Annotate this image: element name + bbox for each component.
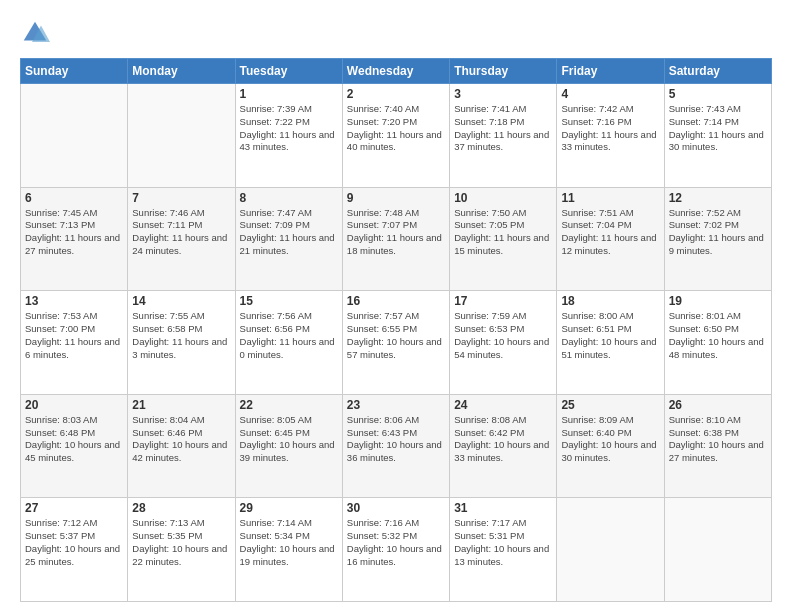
day-number: 31 (454, 501, 552, 515)
calendar-cell: 19Sunrise: 8:01 AMSunset: 6:50 PMDayligh… (664, 291, 771, 395)
day-number: 4 (561, 87, 659, 101)
weekday-header-wednesday: Wednesday (342, 59, 449, 84)
calendar-header: SundayMondayTuesdayWednesdayThursdayFrid… (21, 59, 772, 84)
day-info: Sunrise: 7:56 AMSunset: 6:56 PMDaylight:… (240, 310, 338, 361)
day-number: 20 (25, 398, 123, 412)
calendar-cell: 9Sunrise: 7:48 AMSunset: 7:07 PMDaylight… (342, 187, 449, 291)
day-number: 14 (132, 294, 230, 308)
day-info: Sunrise: 8:09 AMSunset: 6:40 PMDaylight:… (561, 414, 659, 465)
calendar-cell: 2Sunrise: 7:40 AMSunset: 7:20 PMDaylight… (342, 84, 449, 188)
day-info: Sunrise: 7:14 AMSunset: 5:34 PMDaylight:… (240, 517, 338, 568)
day-info: Sunrise: 7:51 AMSunset: 7:04 PMDaylight:… (561, 207, 659, 258)
weekday-header-saturday: Saturday (664, 59, 771, 84)
weekday-header-friday: Friday (557, 59, 664, 84)
calendar-cell (557, 498, 664, 602)
day-number: 24 (454, 398, 552, 412)
calendar-cell: 14Sunrise: 7:55 AMSunset: 6:58 PMDayligh… (128, 291, 235, 395)
day-number: 13 (25, 294, 123, 308)
day-number: 26 (669, 398, 767, 412)
day-number: 27 (25, 501, 123, 515)
weekday-header-monday: Monday (128, 59, 235, 84)
calendar-cell: 24Sunrise: 8:08 AMSunset: 6:42 PMDayligh… (450, 394, 557, 498)
calendar-cell: 6Sunrise: 7:45 AMSunset: 7:13 PMDaylight… (21, 187, 128, 291)
week-row: 20Sunrise: 8:03 AMSunset: 6:48 PMDayligh… (21, 394, 772, 498)
week-row: 6Sunrise: 7:45 AMSunset: 7:13 PMDaylight… (21, 187, 772, 291)
day-number: 7 (132, 191, 230, 205)
day-number: 21 (132, 398, 230, 412)
day-number: 18 (561, 294, 659, 308)
day-number: 9 (347, 191, 445, 205)
day-number: 17 (454, 294, 552, 308)
calendar-cell: 10Sunrise: 7:50 AMSunset: 7:05 PMDayligh… (450, 187, 557, 291)
week-row: 1Sunrise: 7:39 AMSunset: 7:22 PMDaylight… (21, 84, 772, 188)
day-info: Sunrise: 8:10 AMSunset: 6:38 PMDaylight:… (669, 414, 767, 465)
day-number: 2 (347, 87, 445, 101)
day-info: Sunrise: 7:55 AMSunset: 6:58 PMDaylight:… (132, 310, 230, 361)
day-number: 22 (240, 398, 338, 412)
day-info: Sunrise: 7:39 AMSunset: 7:22 PMDaylight:… (240, 103, 338, 154)
calendar-cell: 29Sunrise: 7:14 AMSunset: 5:34 PMDayligh… (235, 498, 342, 602)
logo (20, 18, 54, 48)
calendar-cell: 13Sunrise: 7:53 AMSunset: 7:00 PMDayligh… (21, 291, 128, 395)
weekday-header-thursday: Thursday (450, 59, 557, 84)
calendar-cell: 11Sunrise: 7:51 AMSunset: 7:04 PMDayligh… (557, 187, 664, 291)
day-info: Sunrise: 7:46 AMSunset: 7:11 PMDaylight:… (132, 207, 230, 258)
day-info: Sunrise: 7:17 AMSunset: 5:31 PMDaylight:… (454, 517, 552, 568)
calendar-cell: 23Sunrise: 8:06 AMSunset: 6:43 PMDayligh… (342, 394, 449, 498)
calendar-cell (128, 84, 235, 188)
day-info: Sunrise: 7:59 AMSunset: 6:53 PMDaylight:… (454, 310, 552, 361)
day-info: Sunrise: 7:43 AMSunset: 7:14 PMDaylight:… (669, 103, 767, 154)
day-number: 15 (240, 294, 338, 308)
day-number: 1 (240, 87, 338, 101)
week-row: 27Sunrise: 7:12 AMSunset: 5:37 PMDayligh… (21, 498, 772, 602)
day-info: Sunrise: 7:57 AMSunset: 6:55 PMDaylight:… (347, 310, 445, 361)
calendar-cell: 1Sunrise: 7:39 AMSunset: 7:22 PMDaylight… (235, 84, 342, 188)
day-number: 6 (25, 191, 123, 205)
logo-icon (20, 18, 50, 48)
calendar-cell: 18Sunrise: 8:00 AMSunset: 6:51 PMDayligh… (557, 291, 664, 395)
day-number: 3 (454, 87, 552, 101)
day-info: Sunrise: 8:08 AMSunset: 6:42 PMDaylight:… (454, 414, 552, 465)
day-info: Sunrise: 7:16 AMSunset: 5:32 PMDaylight:… (347, 517, 445, 568)
day-info: Sunrise: 8:03 AMSunset: 6:48 PMDaylight:… (25, 414, 123, 465)
day-info: Sunrise: 8:04 AMSunset: 6:46 PMDaylight:… (132, 414, 230, 465)
day-info: Sunrise: 7:50 AMSunset: 7:05 PMDaylight:… (454, 207, 552, 258)
calendar-cell: 12Sunrise: 7:52 AMSunset: 7:02 PMDayligh… (664, 187, 771, 291)
calendar-cell: 21Sunrise: 8:04 AMSunset: 6:46 PMDayligh… (128, 394, 235, 498)
day-info: Sunrise: 7:40 AMSunset: 7:20 PMDaylight:… (347, 103, 445, 154)
calendar-cell: 22Sunrise: 8:05 AMSunset: 6:45 PMDayligh… (235, 394, 342, 498)
calendar-body: 1Sunrise: 7:39 AMSunset: 7:22 PMDaylight… (21, 84, 772, 602)
day-info: Sunrise: 7:42 AMSunset: 7:16 PMDaylight:… (561, 103, 659, 154)
day-info: Sunrise: 7:52 AMSunset: 7:02 PMDaylight:… (669, 207, 767, 258)
day-number: 10 (454, 191, 552, 205)
day-info: Sunrise: 7:41 AMSunset: 7:18 PMDaylight:… (454, 103, 552, 154)
weekday-header-sunday: Sunday (21, 59, 128, 84)
day-number: 28 (132, 501, 230, 515)
day-info: Sunrise: 8:00 AMSunset: 6:51 PMDaylight:… (561, 310, 659, 361)
weekday-row: SundayMondayTuesdayWednesdayThursdayFrid… (21, 59, 772, 84)
calendar-cell: 31Sunrise: 7:17 AMSunset: 5:31 PMDayligh… (450, 498, 557, 602)
calendar-cell: 20Sunrise: 8:03 AMSunset: 6:48 PMDayligh… (21, 394, 128, 498)
day-number: 8 (240, 191, 338, 205)
calendar-cell: 15Sunrise: 7:56 AMSunset: 6:56 PMDayligh… (235, 291, 342, 395)
day-number: 11 (561, 191, 659, 205)
weekday-header-tuesday: Tuesday (235, 59, 342, 84)
calendar: SundayMondayTuesdayWednesdayThursdayFrid… (20, 58, 772, 602)
day-info: Sunrise: 7:48 AMSunset: 7:07 PMDaylight:… (347, 207, 445, 258)
calendar-cell: 7Sunrise: 7:46 AMSunset: 7:11 PMDaylight… (128, 187, 235, 291)
day-number: 16 (347, 294, 445, 308)
calendar-cell (664, 498, 771, 602)
day-info: Sunrise: 8:05 AMSunset: 6:45 PMDaylight:… (240, 414, 338, 465)
day-info: Sunrise: 7:12 AMSunset: 5:37 PMDaylight:… (25, 517, 123, 568)
header (20, 18, 772, 48)
day-info: Sunrise: 7:47 AMSunset: 7:09 PMDaylight:… (240, 207, 338, 258)
calendar-cell: 17Sunrise: 7:59 AMSunset: 6:53 PMDayligh… (450, 291, 557, 395)
calendar-cell: 25Sunrise: 8:09 AMSunset: 6:40 PMDayligh… (557, 394, 664, 498)
calendar-cell: 28Sunrise: 7:13 AMSunset: 5:35 PMDayligh… (128, 498, 235, 602)
day-info: Sunrise: 7:45 AMSunset: 7:13 PMDaylight:… (25, 207, 123, 258)
calendar-cell (21, 84, 128, 188)
day-number: 5 (669, 87, 767, 101)
day-number: 29 (240, 501, 338, 515)
calendar-cell: 8Sunrise: 7:47 AMSunset: 7:09 PMDaylight… (235, 187, 342, 291)
calendar-cell: 16Sunrise: 7:57 AMSunset: 6:55 PMDayligh… (342, 291, 449, 395)
